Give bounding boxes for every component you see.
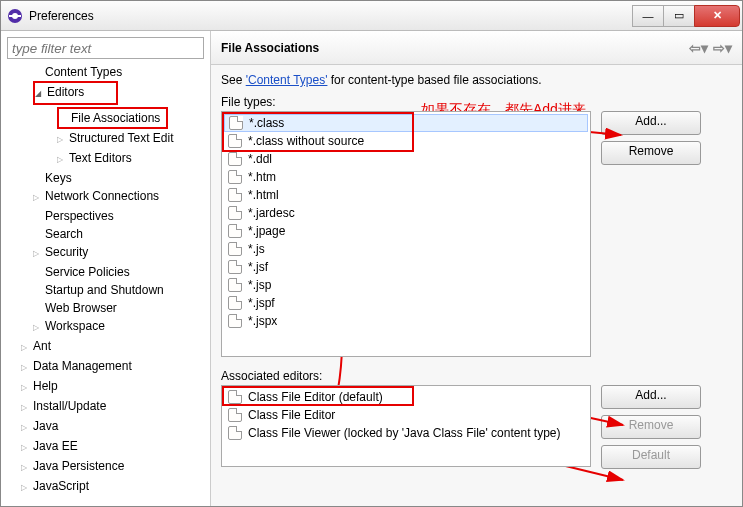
tree-keys[interactable]: Keys	[33, 169, 204, 187]
tree-data-management[interactable]: Data Management	[21, 357, 204, 377]
tree-java[interactable]: Java	[21, 417, 204, 437]
file-icon	[228, 152, 242, 166]
tree-service-policies[interactable]: Service Policies	[33, 263, 204, 281]
associated-editors-label: Associated editors:	[221, 369, 732, 383]
editor-item[interactable]: Class File Viewer (locked by 'Java Class…	[224, 424, 588, 442]
file-icon	[228, 134, 242, 148]
app-icon	[7, 8, 23, 24]
tree-editors[interactable]: Editors	[33, 81, 118, 105]
tree-security[interactable]: Security	[33, 243, 204, 263]
editors-add-button[interactable]: Add...	[601, 385, 701, 409]
preferences-tree[interactable]: Content Types Editors File Associations …	[7, 63, 204, 497]
file-types-remove-button[interactable]: Remove	[601, 141, 701, 165]
nav-back-icon[interactable]: ⇦▾	[688, 40, 708, 56]
file-type-item[interactable]: *.html	[224, 186, 588, 204]
file-icon	[228, 278, 242, 292]
file-icon	[228, 296, 242, 310]
tree-workspace[interactable]: Workspace	[33, 317, 204, 337]
file-types-add-button[interactable]: Add...	[601, 111, 701, 135]
file-type-item[interactable]: *.jspf	[224, 294, 588, 312]
associated-editors-list[interactable]: Class File Editor (default) Class File E…	[221, 385, 591, 467]
file-icon	[229, 116, 243, 130]
file-type-item[interactable]: *.htm	[224, 168, 588, 186]
editor-item[interactable]: Class File Editor (default)	[224, 388, 588, 406]
content-types-link[interactable]: 'Content Types'	[246, 73, 328, 87]
tree-search[interactable]: Search	[33, 225, 204, 243]
editor-item[interactable]: Class File Editor	[224, 406, 588, 424]
filter-input[interactable]	[7, 37, 204, 59]
window-maximize-button[interactable]: ▭	[663, 5, 695, 27]
page-header: File Associations ⇦▾ ⇨▾	[211, 31, 742, 65]
file-icon	[228, 426, 242, 440]
file-type-item[interactable]: *.jardesc	[224, 204, 588, 222]
tree-content-types[interactable]: Content Types	[33, 63, 204, 81]
file-type-item[interactable]: *.class without source	[224, 132, 588, 150]
file-icon	[228, 390, 242, 404]
tree-help[interactable]: Help	[21, 377, 204, 397]
file-types-label: File types:	[221, 95, 732, 109]
file-icon	[228, 242, 242, 256]
tree-java-ee[interactable]: Java EE	[21, 437, 204, 457]
nav-forward-icon[interactable]: ⇨▾	[712, 40, 732, 56]
file-type-item[interactable]: *.jsf	[224, 258, 588, 276]
tree-network-connections[interactable]: Network Connections	[33, 187, 204, 207]
file-icon	[228, 408, 242, 422]
svg-rect-2	[9, 15, 21, 17]
page-title: File Associations	[221, 41, 319, 55]
tree-perspectives[interactable]: Perspectives	[33, 207, 204, 225]
tree-install-update[interactable]: Install/Update	[21, 397, 204, 417]
nav-arrows: ⇦▾ ⇨▾	[688, 40, 732, 56]
file-icon	[228, 188, 242, 202]
window-minimize-button[interactable]: —	[632, 5, 664, 27]
tree-ant[interactable]: Ant	[21, 337, 204, 357]
file-type-item[interactable]: *.jspx	[224, 312, 588, 330]
file-icon	[228, 224, 242, 238]
tree-javascript[interactable]: JavaScript	[21, 477, 204, 497]
tree-startup-shutdown[interactable]: Startup and Shutdown	[33, 281, 204, 299]
page-description: See 'Content Types' for content-type bas…	[221, 73, 732, 87]
tree-web-browser[interactable]: Web Browser	[33, 299, 204, 317]
tree-file-associations[interactable]: File Associations	[59, 109, 160, 127]
file-type-item[interactable]: *.jsp	[224, 276, 588, 294]
file-icon	[228, 260, 242, 274]
tree-text-editors[interactable]: Text Editors	[57, 149, 204, 169]
file-icon	[228, 314, 242, 328]
file-type-item[interactable]: *.class	[224, 114, 588, 132]
file-type-item[interactable]: *.js	[224, 240, 588, 258]
file-icon	[228, 206, 242, 220]
file-type-item[interactable]: *.jpage	[224, 222, 588, 240]
editors-remove-button[interactable]: Remove	[601, 415, 701, 439]
tree-java-persistence[interactable]: Java Persistence	[21, 457, 204, 477]
editors-default-button[interactable]: Default	[601, 445, 701, 469]
tree-structured-text-editors[interactable]: Structured Text Edit	[57, 129, 204, 149]
titlebar: Preferences — ▭ ✕	[1, 1, 742, 31]
file-type-item[interactable]: *.ddl	[224, 150, 588, 168]
file-icon	[228, 170, 242, 184]
window-close-button[interactable]: ✕	[694, 5, 740, 27]
preferences-tree-panel: Content Types Editors File Associations …	[1, 31, 211, 507]
window-title: Preferences	[29, 9, 633, 23]
file-types-list[interactable]: *.class *.class without source *.ddl *.h…	[221, 111, 591, 357]
preferences-page: File Associations ⇦▾ ⇨▾	[211, 31, 742, 507]
